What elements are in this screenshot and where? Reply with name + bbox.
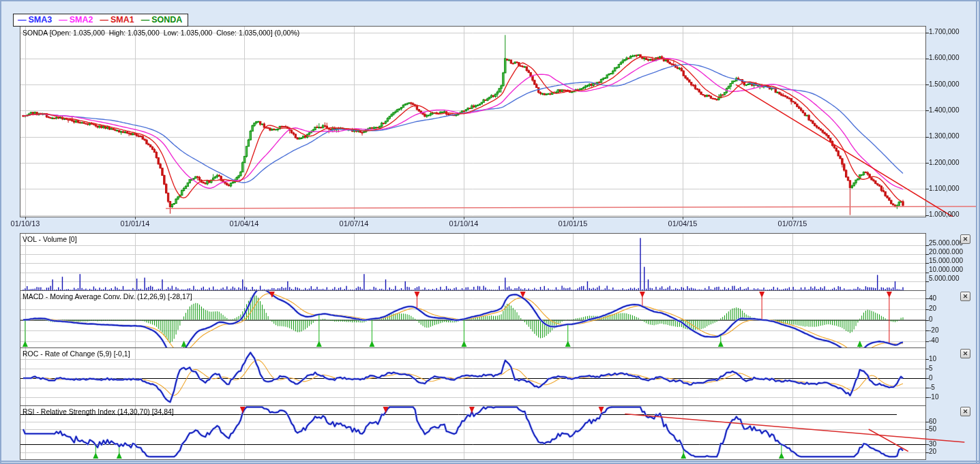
sma2-line-swatch: — bbox=[59, 15, 68, 25]
close-icon: ✕ bbox=[963, 293, 968, 300]
y-tick-label: 1.300,000 bbox=[929, 132, 960, 140]
x-tick-mark bbox=[354, 217, 355, 219]
y-tick-label: 20 bbox=[929, 305, 936, 312]
roc-panel-title: ROC - Rate of Change (5,9) [-0,1] bbox=[23, 350, 130, 358]
y-tick-label: 1.700,000 bbox=[929, 28, 960, 35]
legend-item: — SONDA bbox=[141, 15, 183, 25]
y-tick-label: -5 bbox=[929, 384, 935, 391]
legend-label-sma1[interactable]: SMA1 bbox=[110, 15, 134, 25]
y-tick-label: 30 bbox=[929, 440, 936, 448]
y-tick-label: 0 bbox=[929, 374, 933, 382]
y-tick-label: -10 bbox=[929, 393, 938, 401]
x-tick-label: 01/01/15 bbox=[559, 219, 588, 228]
x-tick-label: 01/10/13 bbox=[11, 219, 40, 228]
x-tick-mark bbox=[135, 217, 136, 219]
y-tick-label: 10.000.000 bbox=[929, 266, 963, 273]
x-tick-mark bbox=[244, 217, 245, 219]
y-tick-label: 15.000.000 bbox=[929, 257, 963, 264]
x-tick-mark bbox=[25, 217, 26, 219]
legend-label-sma3[interactable]: SMA3 bbox=[29, 15, 53, 25]
close-icon: ✕ bbox=[963, 350, 968, 357]
y-tick-label: 1.400,000 bbox=[929, 106, 960, 114]
y-tick-label: 0 bbox=[929, 315, 933, 323]
x-tick-mark bbox=[573, 217, 574, 219]
x-tick-label: 01/07/14 bbox=[340, 219, 369, 228]
y-tick-label: 20 bbox=[929, 448, 936, 455]
y-tick-label: 5 bbox=[929, 365, 933, 372]
x-tick-label: 01/01/14 bbox=[121, 219, 150, 228]
volume-panel-title: VOL - Volume [0] bbox=[23, 235, 77, 243]
roc-panel[interactable] bbox=[20, 347, 926, 406]
stock-chart-application: — SMA3 — SMA2 — SMA1 — SONDA SONDA [Open… bbox=[0, 0, 980, 464]
y-tick-label: 20.000.000 bbox=[929, 248, 963, 256]
legend: — SMA3 — SMA2 — SMA1 — SONDA bbox=[13, 14, 188, 27]
price-ohlc-readout: SONDA [Open: 1.035,000 High: 1.035,000 L… bbox=[23, 29, 299, 37]
close-roc-panel-button[interactable]: ✕ bbox=[960, 349, 970, 358]
x-tick-mark bbox=[464, 217, 464, 219]
legend-item: — SMA3 bbox=[18, 15, 52, 25]
sma3-line-swatch: — bbox=[18, 15, 27, 25]
y-tick-label: 1.500,000 bbox=[929, 80, 960, 88]
right-frame-divider bbox=[976, 1, 977, 464]
y-tick-label: 50 bbox=[929, 425, 936, 433]
y-tick-label: 1.200,000 bbox=[929, 159, 960, 166]
x-tick-label: 01/07/15 bbox=[778, 219, 807, 228]
y-tick-label: -40 bbox=[929, 337, 938, 344]
close-volume-panel-button[interactable]: ✕ bbox=[960, 234, 970, 244]
y-tick-label: -20 bbox=[929, 326, 938, 334]
legend-label-sma2[interactable]: SMA2 bbox=[70, 15, 93, 25]
volume-panel[interactable] bbox=[20, 233, 926, 291]
y-tick-label: 10 bbox=[929, 355, 936, 362]
y-tick-label: 25.000.000 bbox=[929, 239, 963, 247]
bottom-frame-divider bbox=[1, 461, 980, 462]
y-tick-label: 1.600,000 bbox=[929, 54, 960, 61]
y-tick-label: 5.000.000 bbox=[929, 275, 960, 282]
legend-item: — SMA2 bbox=[59, 15, 93, 25]
close-icon: ✕ bbox=[963, 236, 968, 243]
macd-panel-title: MACD - Moving Average Conv. Div. (12,26,… bbox=[23, 292, 192, 300]
y-tick-label: 1.100,000 bbox=[929, 185, 960, 192]
close-icon: ✕ bbox=[963, 408, 968, 415]
close-macd-panel-button[interactable]: ✕ bbox=[960, 292, 970, 301]
close-rsi-panel-button[interactable]: ✕ bbox=[960, 407, 970, 416]
price-chart-panel[interactable] bbox=[20, 26, 926, 217]
legend-item: — SMA1 bbox=[100, 15, 134, 25]
x-tick-label: 01/10/14 bbox=[449, 219, 479, 228]
rsi-panel-title: RSI - Relative Strength Index (14,30,70)… bbox=[23, 407, 174, 416]
y-tick-label: 40 bbox=[929, 294, 936, 302]
x-tick-label: 01/04/14 bbox=[230, 219, 259, 228]
y-tick-label: 60 bbox=[929, 418, 936, 425]
sma1-line-swatch: — bbox=[100, 15, 108, 25]
legend-label-sonda[interactable]: SONDA bbox=[151, 15, 182, 25]
x-tick-mark bbox=[792, 217, 793, 219]
x-tick-mark bbox=[683, 217, 683, 219]
y-tick-label: 1.000,000 bbox=[929, 211, 960, 218]
x-tick-label: 01/04/15 bbox=[668, 219, 698, 228]
sonda-line-swatch: — bbox=[141, 15, 150, 25]
